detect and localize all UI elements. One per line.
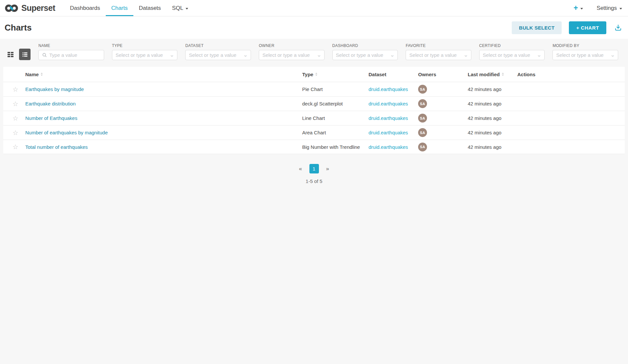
download-icon (614, 24, 622, 32)
last-modified: 42 minutes ago (468, 115, 517, 121)
charts-table: Name Type Dataset Owners Last modified A… (3, 67, 625, 154)
col-header-actions: Actions (517, 72, 535, 77)
dataset-link[interactable]: druid.earthquakes (369, 101, 408, 106)
main-nav: Dashboards Charts Datasets SQL (64, 0, 194, 16)
plus-icon: + (573, 4, 578, 12)
owner-filter-select[interactable]: Select or type a value ⌄ (259, 50, 325, 60)
chart-type: Big Number with Trendline (302, 144, 369, 150)
table-row[interactable]: ☆ Earthquake distribution deck.gl Scatte… (3, 96, 625, 111)
filter-modified-by: MODIFIED BY Select or type a value ⌄ (552, 43, 618, 60)
chart-type: Line Chart (302, 115, 369, 121)
caret-down-icon (619, 8, 622, 10)
chart-name-link[interactable]: Number of Earthquakes (25, 115, 77, 121)
table-row[interactable]: ☆ Number of earthquakes by magnitude Are… (3, 125, 625, 140)
chevron-down-icon: ⌄ (316, 53, 321, 57)
nav-dashboards[interactable]: Dashboards (64, 0, 106, 16)
table-row[interactable]: ☆ Number of Earthquakes Line Chart druid… (3, 111, 625, 125)
chart-name-link[interactable]: Earthquake distribution (25, 101, 76, 106)
col-header-dataset: Dataset (369, 72, 386, 77)
table-row[interactable]: ☆ Total number of earthquakes Big Number… (3, 140, 625, 154)
chart-type: Pie Chart (302, 86, 369, 92)
filter-favorite: FAVORITE Select or type a value ⌄ (406, 43, 471, 60)
dataset-link[interactable]: druid.earthquakes (369, 115, 408, 121)
name-filter-input[interactable]: Type a value (38, 50, 104, 60)
list-icon (21, 51, 29, 58)
col-header-last-modified[interactable]: Last modified (468, 72, 504, 77)
table-row[interactable]: ☆ Earthquakes by magnitude Pie Chart dru… (3, 82, 625, 96)
sort-icon (502, 73, 504, 76)
chevron-down-icon: ⌄ (463, 53, 468, 57)
certified-filter-select[interactable]: Select or type a value ⌄ (479, 50, 545, 60)
owner-avatar[interactable]: SA (418, 128, 427, 137)
import-charts-button[interactable] (614, 23, 623, 32)
favorite-star-icon[interactable]: ☆ (12, 129, 18, 136)
owner-avatar[interactable]: SA (418, 114, 427, 123)
card-view-toggle[interactable] (5, 49, 16, 60)
last-modified: 42 minutes ago (468, 130, 517, 135)
chart-name-link[interactable]: Total number of earthquakes (25, 144, 88, 150)
filter-certified: CERTIFIED Select or type a value ⌄ (479, 43, 545, 60)
chevron-down-icon: ⌄ (390, 53, 395, 57)
col-header-type[interactable]: Type (302, 72, 317, 77)
chevron-down-icon: ⌄ (243, 53, 248, 57)
page-header: Charts BULK SELECT + CHART (0, 16, 628, 39)
page-1-button[interactable]: 1 (309, 164, 319, 173)
new-item-menu[interactable]: + (573, 4, 583, 12)
col-header-owners: Owners (418, 72, 436, 77)
nav-charts[interactable]: Charts (106, 0, 133, 16)
navbar: Superset Dashboards Charts Datasets SQL … (0, 0, 628, 16)
col-header-name[interactable]: Name (25, 72, 43, 77)
filter-dashboard: DASHBOARD Select or type a value ⌄ (332, 43, 398, 60)
table-header-row: Name Type Dataset Owners Last modified A… (3, 67, 625, 82)
last-modified: 42 minutes ago (468, 101, 517, 106)
sort-icon (315, 73, 317, 76)
grid-icon (7, 51, 14, 58)
dataset-link[interactable]: druid.earthquakes (369, 130, 408, 135)
chevron-down-icon: ⌄ (169, 53, 174, 57)
chart-name-link[interactable]: Number of earthquakes by magnitude (25, 130, 108, 135)
favorite-star-icon[interactable]: ☆ (12, 144, 18, 150)
favorite-star-icon[interactable]: ☆ (12, 86, 18, 93)
nav-datasets[interactable]: Datasets (133, 0, 167, 16)
search-icon (42, 53, 47, 57)
caret-down-icon (580, 8, 583, 10)
chart-type: Area Chart (302, 130, 369, 135)
type-filter-select[interactable]: Select or type a value ⌄ (112, 50, 178, 60)
owner-avatar[interactable]: SA (418, 143, 427, 151)
filter-bar: NAME Type a value TYPE Select or type a … (0, 39, 628, 60)
superset-logo-icon (5, 4, 18, 13)
filter-owner: OWNER Select or type a value ⌄ (259, 43, 325, 60)
chevron-down-icon: ⌄ (610, 53, 615, 57)
pagination-summary: 1-5 of 5 (0, 178, 628, 184)
modified-by-filter-select[interactable]: Select or type a value ⌄ (552, 50, 618, 60)
caret-down-icon (186, 8, 188, 10)
superset-brand[interactable]: Superset (5, 0, 55, 16)
dataset-link[interactable]: druid.earthquakes (369, 86, 408, 92)
nav-sql[interactable]: SQL (167, 0, 194, 16)
dataset-filter-select[interactable]: Select or type a value ⌄ (185, 50, 251, 60)
prev-page-button[interactable]: « (296, 164, 304, 173)
pagination: « 1 » (0, 164, 628, 173)
owner-avatar[interactable]: SA (418, 99, 427, 108)
dashboard-filter-select[interactable]: Select or type a value ⌄ (332, 50, 398, 60)
favorite-filter-select[interactable]: Select or type a value ⌄ (406, 50, 471, 60)
filter-type: TYPE Select or type a value ⌄ (112, 43, 178, 60)
favorite-star-icon[interactable]: ☆ (12, 115, 18, 122)
favorite-star-icon[interactable]: ☆ (12, 101, 18, 107)
owner-avatar[interactable]: SA (418, 85, 427, 94)
filter-name: NAME Type a value (38, 43, 104, 60)
filter-dataset: DATASET Select or type a value ⌄ (185, 43, 251, 60)
bulk-select-button[interactable]: BULK SELECT (512, 21, 562, 34)
next-page-button[interactable]: » (324, 164, 332, 173)
chart-type: deck.gl Scatterplot (302, 101, 369, 106)
list-view-toggle[interactable] (19, 49, 31, 60)
last-modified: 42 minutes ago (468, 86, 517, 92)
add-chart-button[interactable]: + CHART (569, 21, 606, 34)
sort-icon (41, 73, 43, 76)
chevron-down-icon: ⌄ (537, 53, 542, 57)
chart-name-link[interactable]: Earthquakes by magnitude (25, 86, 84, 92)
dataset-link[interactable]: druid.earthquakes (369, 144, 408, 150)
settings-menu[interactable]: Settings (597, 5, 622, 11)
brand-name: Superset (21, 3, 55, 13)
page-title: Charts (5, 23, 32, 33)
